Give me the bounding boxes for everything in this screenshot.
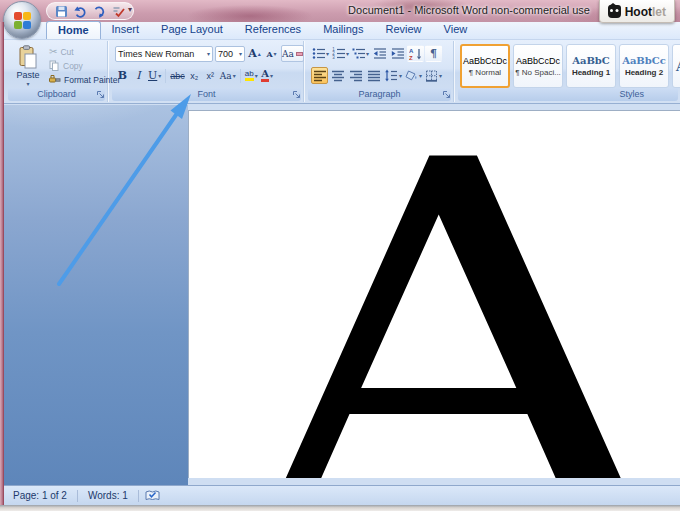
style-sample: AaBbC (572, 55, 610, 66)
hootlet-button[interactable]: Hootlet (599, 0, 675, 23)
undo-icon[interactable] (74, 5, 87, 18)
group-clipboard: Paste ▾ ✂ Cut Copy Format Painter Clipbo… (6, 41, 108, 102)
separator (240, 69, 241, 83)
underline-caret-icon: ▾ (158, 73, 161, 79)
font-size-caret-icon: ▾ (239, 51, 242, 57)
tab-view[interactable]: View (433, 21, 479, 39)
font-size-combo[interactable]: 700 ▾ (215, 46, 245, 62)
workspace-background (4, 105, 188, 485)
shading-button[interactable]: ▾ (404, 67, 423, 84)
ribbon: Paste ▾ ✂ Cut Copy Format Painter Clipbo… (0, 40, 680, 104)
show-hide-pilcrow-button[interactable]: ¶ (425, 45, 442, 62)
shrink-font-glyph: A (266, 49, 272, 59)
shading-caret-icon: ▾ (419, 73, 422, 79)
style-sample: AaBbCcDc (516, 56, 560, 66)
shrink-font-button[interactable]: A ▾ (264, 45, 279, 62)
underline-button[interactable]: U ▾ (147, 67, 162, 84)
style-name: Heading 2 (625, 68, 663, 77)
highlight-icon: ab (245, 70, 254, 82)
separator (165, 69, 166, 83)
tab-home[interactable]: Home (46, 21, 101, 39)
clear-formatting-button[interactable]: Aa (281, 45, 304, 62)
style-heading2[interactable]: AaBbCc Heading 2 (619, 44, 669, 88)
style-normal[interactable]: AaBbCcDc ¶ Normal (460, 44, 510, 88)
style-sample: AaBbCc (622, 55, 666, 66)
tab-review[interactable]: Review (374, 21, 432, 39)
bold-button[interactable]: B (115, 67, 130, 84)
strikethrough-button[interactable]: abc (169, 67, 186, 84)
bullets-icon (312, 47, 325, 60)
style-no-spacing[interactable]: AaBbCcDc ¶ No Spaci... (513, 44, 563, 88)
save-icon[interactable] (55, 5, 68, 18)
clipboard-dialog-launcher-icon[interactable] (96, 90, 105, 99)
numbering-caret-icon: ▾ (346, 51, 349, 57)
qat-customize-caret[interactable]: ▾ (128, 5, 132, 14)
font-name-combo[interactable]: Times New Roman ▾ (115, 46, 213, 62)
style-partial[interactable]: A (672, 44, 680, 88)
redo-icon[interactable] (93, 5, 106, 18)
office-button[interactable] (3, 1, 41, 39)
underline-glyph: U (148, 69, 157, 82)
bullets-caret-icon: ▾ (326, 51, 329, 57)
svg-text:A: A (409, 48, 414, 54)
multilevel-list-button[interactable]: ▾ (351, 45, 370, 62)
font-color-button[interactable]: A ▾ (260, 67, 275, 84)
group-paragraph: ▾ 123 ▾ ▾ AZ (306, 41, 454, 102)
copy-label: Copy (63, 61, 83, 71)
italic-button[interactable]: I (131, 67, 146, 84)
text-highlight-button[interactable]: ab ▾ (244, 67, 259, 84)
line-spacing-button[interactable]: ▾ (383, 67, 403, 84)
justify-icon (367, 69, 381, 83)
grow-font-glyph: A (248, 47, 257, 60)
align-left-button[interactable] (311, 67, 328, 84)
paste-caret-icon: ▾ (26, 81, 29, 87)
font-name-caret-icon: ▾ (207, 51, 210, 57)
justify-button[interactable] (365, 67, 382, 84)
decrease-indent-icon (373, 47, 387, 60)
change-case-button[interactable]: Aa ▾ (219, 67, 237, 84)
line-spacing-caret-icon: ▾ (399, 73, 402, 79)
separator (77, 490, 78, 502)
numbering-button[interactable]: 123 ▾ (331, 45, 350, 62)
word-count-status[interactable]: Words: 1 (84, 490, 132, 501)
grow-font-button[interactable]: A ▴ (247, 45, 262, 62)
document-workspace: A (0, 105, 680, 485)
spelling-icon[interactable] (112, 5, 125, 18)
sort-button[interactable]: AZ (407, 45, 424, 62)
paste-button[interactable]: Paste ▾ (11, 43, 45, 89)
document-page[interactable]: A (188, 110, 680, 478)
font-color-caret-icon: ▾ (270, 73, 273, 79)
subscript-button[interactable]: x₂ (187, 67, 202, 84)
borders-icon (425, 69, 438, 82)
paragraph-dialog-launcher-icon[interactable] (442, 90, 451, 99)
tab-page-layout[interactable]: Page Layout (150, 21, 234, 39)
styles-gallery: AaBbCcDc ¶ Normal AaBbCcDc ¶ No Spaci...… (460, 44, 680, 88)
tab-insert[interactable]: Insert (101, 21, 151, 39)
borders-button[interactable]: ▾ (424, 67, 443, 84)
svg-text:3: 3 (332, 55, 335, 60)
sort-icon: AZ (409, 47, 422, 60)
change-case-caret-icon: ▾ (233, 73, 236, 79)
align-center-icon (331, 69, 345, 83)
bullets-button[interactable]: ▾ (311, 45, 330, 62)
window-left-border (0, 22, 4, 505)
align-center-button[interactable] (329, 67, 346, 84)
separator (138, 490, 139, 502)
paste-label: Paste (16, 70, 39, 80)
page-count-status[interactable]: Page: 1 of 2 (9, 490, 71, 501)
tab-mailings[interactable]: Mailings (312, 21, 374, 39)
hootlet-label-light: let (652, 5, 666, 19)
align-right-button[interactable] (347, 67, 364, 84)
superscript-button[interactable]: x² (203, 67, 218, 84)
font-dialog-launcher-icon[interactable] (292, 90, 301, 99)
tab-references[interactable]: References (234, 21, 312, 39)
office-logo-icon (14, 12, 31, 29)
multilevel-caret-icon: ▾ (366, 51, 369, 57)
proofing-status-icon[interactable] (145, 489, 160, 502)
svg-text:Z: Z (409, 55, 413, 60)
decrease-indent-button[interactable] (371, 45, 388, 62)
highlight-caret-icon: ▾ (255, 73, 258, 79)
group-styles: AaBbCcDc ¶ Normal AaBbCcDc ¶ No Spaci...… (456, 41, 680, 102)
increase-indent-button[interactable] (389, 45, 406, 62)
style-heading1[interactable]: AaBbC Heading 1 (566, 44, 616, 88)
